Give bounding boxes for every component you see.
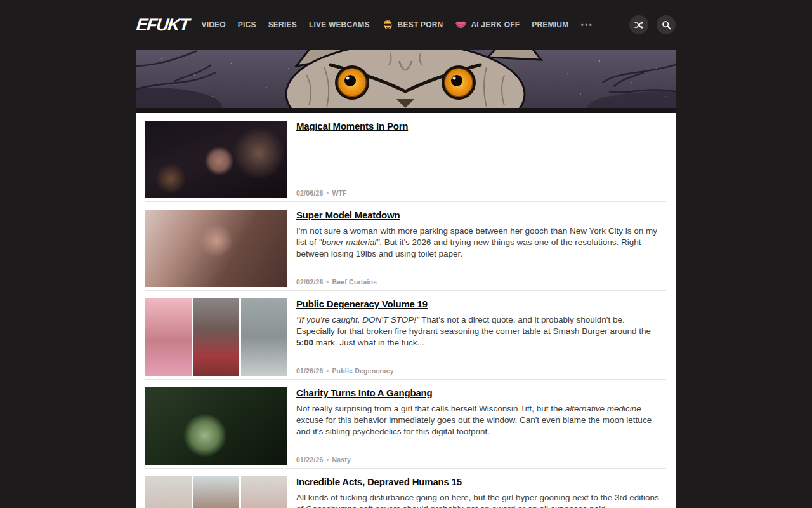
entry-title-link[interactable]: Magical Moments In Porn: [296, 121, 408, 132]
meta-separator-dot: •: [326, 189, 329, 197]
top-nav-bar: EFUKT VIDEO PICS SERIES LIVE WEBCAMS: [0, 0, 812, 50]
thumbnail-panel: [145, 476, 192, 508]
entry-meta: 01/22/26 • Nasty: [296, 456, 666, 465]
banner-bottom-strip: [136, 108, 676, 113]
meta-separator-dot: •: [326, 278, 329, 286]
entry-meta: 01/26/26 • Public Degeneracy: [296, 367, 666, 376]
entry-title-link[interactable]: Incredible Acts, Depraved Humans 15: [296, 477, 462, 488]
entry-meta: 02/06/26 • WTF: [296, 189, 666, 198]
meta-separator-dot: •: [326, 367, 329, 375]
search-icon: [662, 20, 671, 30]
video-entry: Charity Turns Into A Gangbang Not really…: [136, 380, 676, 469]
nav-item-best-porn[interactable]: BEST PORN: [382, 20, 443, 30]
entry-meta: 02/02/26 • Beef Curtains: [296, 278, 666, 287]
main-nav: VIDEO PICS SERIES LIVE WEBCAMS BEST PORN: [202, 20, 594, 30]
nav-item-ai-jerk-off[interactable]: AI JERK OFF: [455, 20, 520, 30]
shuffle-button[interactable]: [629, 15, 648, 34]
site-logo[interactable]: EFUKT: [135, 15, 190, 35]
entry-category-link[interactable]: Nasty: [332, 456, 351, 464]
search-button[interactable]: [657, 15, 676, 34]
entry-date: 02/06/26: [296, 189, 323, 197]
thumbnail-panel: [241, 298, 287, 376]
nav-actions: [629, 15, 676, 34]
video-thumbnail[interactable]: [145, 210, 287, 287]
entry-title-link[interactable]: Public Degeneracy Volume 19: [296, 299, 428, 310]
content-column: Magical Moments In Porn 02/06/26 • WTF S…: [136, 50, 676, 508]
thumbnail-panel: [241, 476, 287, 508]
video-entry: Super Model Meatdown I'm not sure a woma…: [136, 202, 676, 291]
video-entry: Public Degeneracy Volume 19 "If you're c…: [136, 291, 676, 380]
video-thumbnail[interactable]: [145, 298, 287, 376]
entry-description: Not really surprising from a girl that c…: [296, 403, 660, 438]
lips-icon: [455, 20, 467, 30]
entry-description: All kinds of fucking disturbance going o…: [296, 492, 660, 508]
mascot-face-icon: [382, 20, 394, 30]
entry-category-link[interactable]: WTF: [332, 189, 346, 197]
entry-title-link[interactable]: Super Model Meatdown: [296, 210, 400, 221]
nav-item-live-webcams[interactable]: LIVE WEBCAMS: [309, 20, 370, 29]
video-thumbnail[interactable]: [145, 387, 287, 465]
entry-date: 02/02/26: [296, 278, 323, 286]
nav-item-series[interactable]: SERIES: [268, 20, 297, 29]
entry-title-link[interactable]: Charity Turns Into A Gangbang: [296, 388, 432, 399]
video-thumbnail[interactable]: [145, 476, 287, 508]
video-entry: Incredible Acts, Depraved Humans 15 All …: [136, 469, 676, 508]
entry-category-link[interactable]: Public Degeneracy: [332, 367, 393, 375]
header-banner: [136, 50, 676, 108]
entry-date: 01/22/26: [296, 456, 323, 464]
entry-date: 01/26/26: [296, 367, 323, 375]
entry-description: I'm not sure a woman with more parking s…: [296, 225, 660, 260]
entry-description: "If you're caught, DON'T STOP!" That's n…: [296, 314, 660, 349]
nav-more-menu[interactable]: •••: [580, 20, 593, 30]
video-entry: Magical Moments In Porn 02/06/26 • WTF: [136, 113, 676, 202]
meta-separator-dot: •: [326, 456, 329, 464]
nav-item-premium[interactable]: PREMIUM: [532, 20, 568, 29]
owl-illustration: [136, 50, 676, 108]
nav-item-video[interactable]: VIDEO: [202, 20, 226, 29]
thumbnail-panel: [193, 298, 240, 376]
thumbnail-panel: [193, 476, 240, 508]
page: EFUKT VIDEO PICS SERIES LIVE WEBCAMS: [0, 0, 812, 508]
entry-category-link[interactable]: Beef Curtains: [332, 278, 377, 286]
video-thumbnail[interactable]: [145, 121, 287, 198]
nav-item-pics[interactable]: PICS: [238, 20, 256, 29]
shuffle-icon: [634, 20, 644, 30]
thumbnail-panel: [145, 298, 192, 376]
